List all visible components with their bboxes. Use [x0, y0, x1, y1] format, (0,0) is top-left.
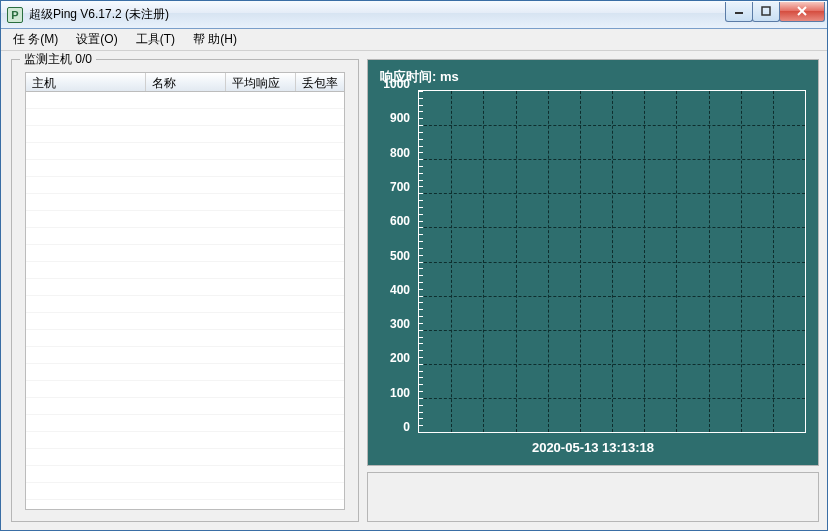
minimize-button[interactable]: [725, 2, 753, 22]
menu-settings[interactable]: 设置(O): [68, 29, 125, 50]
hosts-group-legend: 监测主机 0/0: [20, 51, 96, 68]
title-bar[interactable]: P 超级Ping V6.17.2 (未注册): [1, 1, 827, 29]
chart-timestamp: 2020-05-13 13:13:18: [368, 440, 818, 455]
th-name[interactable]: 名称: [146, 73, 226, 91]
client-area: 监测主机 0/0 主机 名称 平均响应 丢包率 响应时间: ms 1000900…: [1, 51, 827, 530]
menu-tools[interactable]: 工具(T): [128, 29, 183, 50]
chart-title: 响应时间: ms: [380, 68, 810, 86]
right-column: 响应时间: ms 1000900800700600500400300200100…: [367, 59, 819, 522]
window-title: 超级Ping V6.17.2 (未注册): [29, 6, 169, 23]
hosts-table-header: 主机 名称 平均响应 丢包率: [25, 72, 345, 92]
chart-vgrid: [419, 91, 805, 432]
hosts-groupbox: 监测主机 0/0 主机 名称 平均响应 丢包率: [11, 59, 359, 522]
status-panel: [367, 472, 819, 522]
th-host[interactable]: 主机: [26, 73, 146, 91]
close-button[interactable]: [779, 2, 825, 22]
hosts-table-body[interactable]: [25, 92, 345, 509]
window-controls: [726, 2, 825, 22]
chart-tickmarks: [419, 91, 423, 432]
chart-hgrid: [419, 91, 805, 432]
chart-plot-area: [418, 90, 806, 433]
svg-rect-1: [762, 7, 770, 15]
menu-bar: 任 务(M) 设置(O) 工具(T) 帮 助(H): [1, 29, 827, 51]
app-icon: P: [7, 7, 23, 23]
menu-tasks[interactable]: 任 务(M): [5, 29, 66, 50]
chart-y-axis: 10009008007006005004003002001000: [376, 90, 418, 433]
chart-plot: 10009008007006005004003002001000: [376, 90, 810, 433]
response-time-chart: 响应时间: ms 1000900800700600500400300200100…: [367, 59, 819, 466]
th-avg[interactable]: 平均响应: [226, 73, 296, 91]
menu-help[interactable]: 帮 助(H): [185, 29, 245, 50]
th-loss[interactable]: 丢包率: [296, 73, 344, 91]
maximize-button[interactable]: [752, 2, 780, 22]
app-window: P 超级Ping V6.17.2 (未注册) 任 务(M) 设置(O) 工具(T…: [0, 0, 828, 531]
